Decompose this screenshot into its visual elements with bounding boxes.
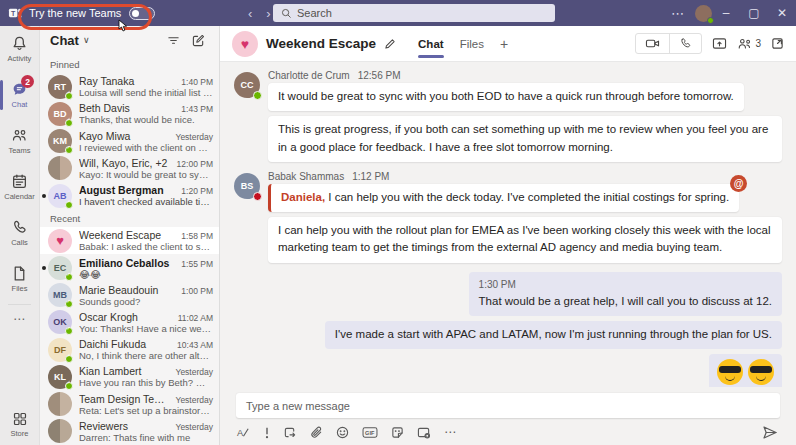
send-icon[interactable] <box>762 425 778 440</box>
chat-list-title: Chat <box>50 33 79 48</box>
video-call-button[interactable] <box>636 34 669 53</box>
presence-busy-dot <box>253 192 262 201</box>
chat-row-beth-davis[interactable]: BD Beth Davis1:43 PMThanks, that would b… <box>40 100 219 127</box>
rail-more-button[interactable]: ⋯ <box>0 307 39 331</box>
unread-dot <box>42 266 46 270</box>
heart-avatar: ♥ <box>48 229 72 253</box>
gif-icon[interactable]: GIF <box>362 426 378 439</box>
avatar: KL <box>48 365 72 389</box>
add-tab-button[interactable]: + <box>500 36 508 52</box>
chat-row-ray-tanaka[interactable]: RT Ray Tanaka1:40 PMLouisa will send the… <box>40 73 219 100</box>
conversation-title: Weekend Escape <box>266 36 376 51</box>
svg-text:A: A <box>237 428 244 438</box>
rail-item-calendar[interactable]: Calendar <box>0 164 39 210</box>
chat-row-daichi-fukuda[interactable]: DF Daichi Fukuda10:43 AMNo, I think ther… <box>40 336 219 363</box>
presence-available-dot <box>65 273 73 281</box>
chat-row-reviewers[interactable]: ReviewersYesterdayDarren: Thats fine wit… <box>40 418 219 445</box>
chevron-down-icon[interactable]: ∨ <box>83 35 90 45</box>
screen-share-button[interactable] <box>712 37 727 50</box>
message-bubble[interactable]: It would be great to sync with you both … <box>268 83 744 111</box>
rail-item-teams[interactable]: Teams <box>0 118 39 164</box>
chat-row-team-design-template[interactable]: Team Design TemplateYesterdayReta: Let's… <box>40 391 219 418</box>
mouse-cursor <box>118 19 129 32</box>
maximize-button[interactable]: ▢ <box>740 0 768 26</box>
message-author: Babak Shammas <box>268 171 344 182</box>
presence-available-dot <box>65 92 73 100</box>
chat-row-kian-lambert[interactable]: KL Kian LambertYesterdayHave you ran thi… <box>40 363 219 390</box>
nav-back-button[interactable]: ‹ <box>248 6 252 21</box>
conversation-header: ♥ Weekend Escape Chat Files + 3 <box>220 26 796 62</box>
message-time: 1:12 PM <box>352 171 389 182</box>
unread-dot <box>42 194 46 198</box>
compose-more-icon[interactable]: ⋯ <box>444 425 457 439</box>
loop-component-icon[interactable] <box>283 426 297 439</box>
presence-available-dot <box>253 91 262 100</box>
recent-section-label: Recent <box>40 209 219 227</box>
svg-text:GIF: GIF <box>365 430 375 436</box>
chat-row-weekend-escape[interactable]: ♥ Weekend Escape1:58 PMBabak: I asked th… <box>40 227 219 254</box>
edit-name-pencil-icon[interactable] <box>384 38 396 50</box>
sunglasses-emoji <box>748 359 774 385</box>
title-bar: T Try the new Teams ‹ › Search ⋯ – ▢ ✕ <box>0 0 796 26</box>
emoji-icon[interactable] <box>336 426 349 439</box>
mention-message-bubble[interactable]: Daniela, I can help you with the deck to… <box>268 184 739 212</box>
at-mention-badge: @ <box>730 175 747 192</box>
titlebar-more-button[interactable]: ⋯ <box>661 6 695 21</box>
new-teams-toggle[interactable] <box>129 7 155 20</box>
new-chat-icon[interactable] <box>188 34 209 47</box>
conversation-heart-avatar: ♥ <box>232 31 258 57</box>
tab-files[interactable]: Files <box>460 26 484 62</box>
close-button[interactable]: ✕ <box>768 0 796 26</box>
group-avatar <box>48 156 72 180</box>
audio-call-button[interactable] <box>669 34 701 53</box>
presence-available-dot <box>65 382 73 390</box>
tab-chat[interactable]: Chat <box>418 26 444 62</box>
chat-list-panel: Chat ∨ Pinned RT Ray Tanaka1:40 PMLouisa… <box>40 26 220 445</box>
chat-row-oscar-krogh[interactable]: OK Oscar Krogh11:02 AMYou: Thanks! Have … <box>40 309 219 336</box>
emoji-message-bubble[interactable] <box>709 354 782 387</box>
file-icon <box>11 265 28 282</box>
participants-button[interactable]: 3 <box>737 37 761 50</box>
presence-available-dot <box>65 355 73 363</box>
rail-item-store[interactable]: Store <box>0 403 39 445</box>
avatar: BD <box>48 102 72 126</box>
own-message-bubble[interactable]: I've made a start with APAC and LATAM, n… <box>325 321 782 349</box>
message-group: CC Charlotte de Crum12:56 PM It would be… <box>234 70 782 162</box>
message-bubble[interactable]: I can help you with the rollout plan for… <box>268 217 782 263</box>
sunglasses-emoji <box>717 359 743 385</box>
chat-row-marie-beaudouin[interactable]: MB Marie Beaudouin1:00 PMSounds good? <box>40 282 219 309</box>
pinned-section-label: Pinned <box>40 55 219 73</box>
chat-row-kayo-miwa[interactable]: KM Kayo MiwaYesterdayI reviewed with the… <box>40 127 219 154</box>
presence-available-dot <box>707 17 714 24</box>
rail-item-calls[interactable]: Calls <box>0 210 39 256</box>
schedule-meeting-icon[interactable] <box>417 426 431 439</box>
search-input[interactable]: Search <box>273 4 555 22</box>
message-input-placeholder: Type a new message <box>246 400 350 412</box>
search-placeholder: Search <box>297 7 332 19</box>
message-group: BS Babak Shammas1:12 PM Daniela, I can h… <box>234 171 782 263</box>
message-input[interactable]: Type a new message <box>236 393 780 418</box>
nav-forward-button[interactable]: › <box>266 6 270 21</box>
sticker-icon[interactable] <box>391 426 404 439</box>
attach-icon[interactable] <box>310 426 323 439</box>
rail-item-chat[interactable]: 2 Chat <box>0 72 39 118</box>
chat-row-august-bergman[interactable]: AB August Bergman1:20 PMI haven't checke… <box>40 182 219 209</box>
importance-icon[interactable] <box>264 426 270 439</box>
rail-item-activity[interactable]: Activity <box>0 26 39 72</box>
filter-icon[interactable] <box>163 34 184 47</box>
avatar: MB <box>48 283 72 307</box>
phone-icon <box>11 219 28 236</box>
chat-row-will-kayo-eric[interactable]: Will, Kayo, Eric, +212:00 PMKayo: It wou… <box>40 155 219 182</box>
store-apps-icon <box>12 411 28 427</box>
message-bubble[interactable]: This is great progress, if you both can … <box>268 116 782 162</box>
mention-name: Daniela, <box>281 191 325 203</box>
own-message-bubble[interactable]: 1:30 PM That would be a great help, I wi… <box>469 272 782 316</box>
message-time: 1:30 PM <box>479 277 772 292</box>
minimize-button[interactable]: – <box>712 0 740 26</box>
presence-available-dot <box>65 327 73 335</box>
rail-item-files[interactable]: Files <box>0 256 39 302</box>
user-avatar[interactable] <box>695 5 712 22</box>
chat-row-emiliano-ceballos[interactable]: EC Emiliano Ceballos1:55 PM😂😂 <box>40 254 219 281</box>
pop-out-button[interactable] <box>771 37 784 50</box>
format-icon[interactable]: A <box>236 426 251 439</box>
